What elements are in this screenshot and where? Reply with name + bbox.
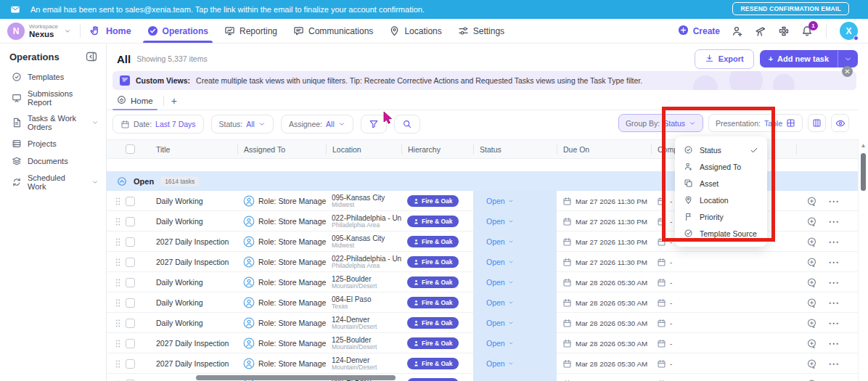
tab-home[interactable]: Home (114, 91, 156, 110)
hierarchy-badge[interactable]: Fire & Oak (407, 378, 459, 381)
drag-handle-icon[interactable] (115, 258, 120, 267)
comment-add-icon[interactable] (806, 257, 817, 268)
row-checkbox[interactable] (126, 278, 135, 287)
hierarchy-badge[interactable]: Fire & Oak (407, 358, 459, 369)
invite-user-icon[interactable] (732, 25, 743, 37)
column-header-location[interactable]: Location (326, 144, 401, 155)
column-header-due-on[interactable]: Due On (557, 144, 651, 155)
user-avatar[interactable]: X (840, 22, 858, 40)
nav-item-home[interactable]: Home (89, 19, 131, 43)
row-checkbox[interactable] (126, 217, 135, 226)
hierarchy-badge[interactable]: Fire & Oak (407, 195, 459, 207)
comment-add-icon[interactable] (806, 338, 817, 349)
sidebar-item-documents[interactable]: Documents (0, 152, 106, 170)
row-status-dropdown[interactable]: Open (473, 191, 557, 211)
nav-item-operations[interactable]: Operations (147, 19, 208, 43)
search-button[interactable] (394, 115, 420, 134)
sidebar-item-scheduled-work[interactable]: Scheduled Work (0, 170, 106, 194)
status-filter[interactable]: Status:All (211, 115, 274, 134)
row-checkbox[interactable] (126, 298, 135, 308)
collapse-sidebar-icon[interactable] (86, 51, 97, 62)
menu-item-asset[interactable]: Asset (675, 175, 767, 192)
row-menu-button[interactable]: ●●● (829, 341, 840, 345)
row-title[interactable]: 2027 Daily Inspection (150, 339, 237, 348)
comment-add-icon[interactable] (806, 318, 817, 329)
row-checkbox[interactable] (126, 237, 135, 247)
row-checkbox[interactable] (126, 197, 135, 206)
row-status-dropdown[interactable]: Open (473, 292, 557, 313)
hierarchy-badge[interactable]: Fire & Oak (407, 276, 459, 288)
column-header-hierarchy[interactable]: Hierarchy (401, 144, 473, 155)
drag-handle-icon[interactable] (115, 298, 120, 308)
puzzle-icon[interactable] (778, 25, 790, 37)
hierarchy-badge[interactable]: Fire & Oak (407, 297, 459, 308)
column-header-title[interactable]: Title (150, 144, 237, 155)
sidebar-item-projects[interactable]: Projects (0, 135, 106, 152)
hierarchy-badge[interactable]: Fire & Oak (407, 216, 459, 227)
close-banner-button[interactable]: ✕ (842, 66, 853, 77)
drag-handle-icon[interactable] (115, 339, 120, 348)
row-title[interactable]: 2027 Daily Inspection (150, 359, 237, 368)
assignee-filter[interactable]: Assignee:All (281, 115, 353, 134)
row-checkbox[interactable] (126, 339, 135, 348)
table-row[interactable]: 2027 Daily InspectionRole: Store Manager… (107, 333, 858, 353)
row-status-dropdown[interactable]: Open (473, 232, 557, 252)
drag-handle-icon[interactable] (115, 237, 120, 247)
visibility-button[interactable] (831, 114, 849, 132)
add-view-tab-button[interactable]: + (171, 95, 177, 107)
vertical-scroll-thumb[interactable] (861, 153, 866, 191)
row-title[interactable]: Daily Working (150, 298, 237, 307)
menu-item-location[interactable]: Location (675, 192, 767, 208)
comment-add-icon[interactable] (806, 237, 817, 247)
table-row[interactable]: Daily WorkingRole: Store Manager084-El P… (107, 292, 858, 313)
column-header-assigned-to[interactable]: Assigned To (237, 144, 326, 155)
drag-handle-icon[interactable] (115, 319, 120, 328)
filter-button[interactable] (361, 115, 387, 134)
add-task-dropdown-chevron[interactable] (838, 51, 858, 67)
comment-add-icon[interactable] (806, 216, 817, 227)
columns-settings-button[interactable] (808, 114, 826, 132)
row-checkbox[interactable] (126, 359, 135, 369)
row-status-dropdown[interactable]: Open (473, 374, 557, 381)
table-row[interactable]: 2027 Daily InspectionRole: Store Manager… (107, 252, 858, 272)
menu-item-status[interactable]: Status (675, 142, 767, 158)
nav-item-settings[interactable]: Settings (458, 19, 504, 43)
drag-handle-icon[interactable] (115, 197, 120, 206)
row-menu-button[interactable]: ●●● (829, 239, 840, 244)
drag-handle-icon[interactable] (115, 217, 120, 226)
sidebar-item-tasks-work-orders[interactable]: Tasks & Work Orders (0, 110, 106, 135)
row-checkbox[interactable] (126, 258, 135, 267)
telescope-icon[interactable] (755, 25, 766, 37)
row-menu-button[interactable]: ●●● (829, 280, 840, 284)
nav-item-reporting[interactable]: Reporting (224, 19, 277, 43)
row-status-dropdown[interactable]: Open (473, 353, 557, 374)
comment-add-icon[interactable] (806, 298, 817, 308)
hierarchy-badge[interactable]: Fire & Oak (407, 236, 459, 247)
row-menu-button[interactable]: ●●● (829, 219, 840, 224)
bell-icon[interactable]: 1 (801, 25, 813, 37)
vertical-scrollbar[interactable]: ▲ (858, 139, 868, 381)
scroll-up-arrow[interactable]: ▲ (859, 142, 868, 149)
sidebar-item-templates[interactable]: Templates (0, 68, 106, 86)
row-title[interactable]: 2027 Daily Inspection (150, 258, 237, 266)
row-title[interactable]: Daily Working (150, 217, 237, 226)
row-menu-button[interactable]: ●●● (829, 300, 840, 305)
row-menu-button[interactable]: ●●● (829, 361, 840, 366)
menu-item-assigned-to[interactable]: Assigned To (675, 158, 767, 175)
hierarchy-badge[interactable]: Fire & Oak (407, 317, 459, 329)
row-title[interactable]: 2027 Daily Inspection (150, 237, 237, 246)
hierarchy-badge[interactable]: Fire & Oak (407, 337, 459, 349)
nav-item-communications[interactable]: Communications (293, 19, 373, 43)
table-row[interactable]: Daily WorkingRole: Store Manager125-Boul… (107, 272, 858, 292)
row-status-dropdown[interactable]: Open (473, 252, 557, 272)
presentation-dropdown[interactable]: Presentation: Table (708, 114, 803, 132)
row-title[interactable]: Daily Working (150, 197, 237, 205)
comment-add-icon[interactable] (806, 379, 817, 381)
table-row[interactable]: 2027 Daily InspectionRole: Store Manager… (107, 353, 858, 374)
row-status-dropdown[interactable]: Open (473, 211, 557, 232)
row-menu-button[interactable]: ●●● (829, 321, 840, 325)
row-status-dropdown[interactable]: Open (473, 272, 557, 292)
group-by-dropdown[interactable]: Group By: Status (618, 114, 703, 132)
row-status-dropdown[interactable]: Open (473, 333, 557, 353)
table-row[interactable]: Daily WorkingRole: Store Manager124-Denv… (107, 313, 858, 333)
